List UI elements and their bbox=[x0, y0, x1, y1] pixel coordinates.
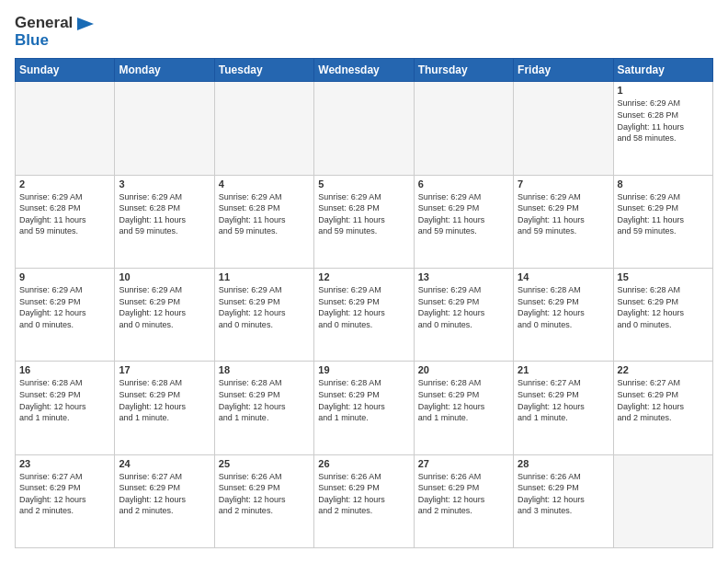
calendar-cell: 13Sunrise: 6:29 AMSunset: 6:29 PMDayligh… bbox=[414, 269, 513, 362]
day-number: 20 bbox=[418, 364, 509, 375]
day-number: 18 bbox=[219, 364, 310, 375]
day-number: 1 bbox=[618, 85, 709, 96]
calendar-header-row: SundayMondayTuesdayWednesdayThursdayFrid… bbox=[16, 59, 713, 82]
calendar-cell: 11Sunrise: 6:29 AMSunset: 6:29 PMDayligh… bbox=[214, 269, 313, 362]
day-number: 2 bbox=[19, 178, 110, 190]
header: General Blue bbox=[15, 15, 713, 49]
day-number: 4 bbox=[219, 178, 310, 190]
day-number: 9 bbox=[19, 271, 110, 282]
calendar-cell: 12Sunrise: 6:29 AMSunset: 6:29 PMDayligh… bbox=[314, 269, 414, 362]
day-info: Sunrise: 6:29 AMSunset: 6:29 PMDaylight:… bbox=[418, 284, 509, 330]
day-info: Sunrise: 6:29 AMSunset: 6:29 PMDaylight:… bbox=[219, 284, 310, 330]
calendar-cell: 17Sunrise: 6:28 AMSunset: 6:29 PMDayligh… bbox=[115, 362, 214, 454]
calendar-cell: 4Sunrise: 6:29 AMSunset: 6:28 PMDaylight… bbox=[214, 175, 313, 268]
day-number: 19 bbox=[318, 364, 409, 375]
page: General Blue SundayMondayTuesdayWednesda… bbox=[0, 0, 728, 563]
calendar-cell: 24Sunrise: 6:27 AMSunset: 6:29 PMDayligh… bbox=[115, 454, 214, 547]
day-info: Sunrise: 6:27 AMSunset: 6:29 PMDaylight:… bbox=[618, 377, 709, 423]
day-info: Sunrise: 6:28 AMSunset: 6:29 PMDaylight:… bbox=[318, 377, 409, 423]
week-row-1: 2Sunrise: 6:29 AMSunset: 6:28 PMDaylight… bbox=[16, 175, 713, 268]
logo-text-block: General Blue bbox=[15, 15, 94, 49]
calendar-cell bbox=[514, 82, 613, 175]
day-number: 10 bbox=[119, 271, 210, 282]
day-info: Sunrise: 6:29 AMSunset: 6:28 PMDaylight:… bbox=[219, 191, 310, 237]
calendar-cell: 3Sunrise: 6:29 AMSunset: 6:28 PMDaylight… bbox=[115, 175, 214, 268]
calendar-cell bbox=[414, 82, 513, 175]
logo: General Blue bbox=[15, 15, 94, 49]
calendar-cell: 6Sunrise: 6:29 AMSunset: 6:29 PMDaylight… bbox=[414, 175, 513, 268]
day-info: Sunrise: 6:29 AMSunset: 6:28 PMDaylight:… bbox=[618, 98, 709, 144]
day-number: 16 bbox=[19, 364, 110, 375]
day-info: Sunrise: 6:27 AMSunset: 6:29 PMDaylight:… bbox=[518, 377, 609, 423]
day-info: Sunrise: 6:29 AMSunset: 6:29 PMDaylight:… bbox=[518, 191, 609, 237]
day-number: 28 bbox=[518, 458, 609, 469]
calendar-cell: 1Sunrise: 6:29 AMSunset: 6:28 PMDaylight… bbox=[613, 82, 712, 175]
day-info: Sunrise: 6:28 AMSunset: 6:29 PMDaylight:… bbox=[19, 377, 110, 423]
calendar-cell: 16Sunrise: 6:28 AMSunset: 6:29 PMDayligh… bbox=[16, 362, 115, 454]
calendar-cell: 15Sunrise: 6:28 AMSunset: 6:29 PMDayligh… bbox=[613, 269, 712, 362]
week-row-4: 23Sunrise: 6:27 AMSunset: 6:29 PMDayligh… bbox=[16, 454, 713, 547]
day-number: 24 bbox=[119, 458, 210, 469]
day-info: Sunrise: 6:29 AMSunset: 6:29 PMDaylight:… bbox=[318, 284, 409, 330]
day-header-tuesday: Tuesday bbox=[214, 59, 313, 82]
day-info: Sunrise: 6:28 AMSunset: 6:29 PMDaylight:… bbox=[119, 377, 210, 423]
calendar-cell bbox=[613, 454, 712, 547]
calendar-cell: 26Sunrise: 6:26 AMSunset: 6:29 PMDayligh… bbox=[314, 454, 414, 547]
day-info: Sunrise: 6:26 AMSunset: 6:29 PMDaylight:… bbox=[418, 471, 509, 517]
calendar-cell: 28Sunrise: 6:26 AMSunset: 6:29 PMDayligh… bbox=[514, 454, 613, 547]
logo-blue: Blue bbox=[15, 32, 94, 50]
day-info: Sunrise: 6:29 AMSunset: 6:28 PMDaylight:… bbox=[119, 191, 210, 237]
calendar-cell bbox=[214, 82, 313, 175]
day-number: 7 bbox=[518, 178, 609, 190]
day-number: 11 bbox=[219, 271, 310, 282]
day-info: Sunrise: 6:28 AMSunset: 6:29 PMDaylight:… bbox=[418, 377, 509, 423]
calendar-cell bbox=[314, 82, 414, 175]
day-info: Sunrise: 6:26 AMSunset: 6:29 PMDaylight:… bbox=[219, 471, 310, 517]
day-info: Sunrise: 6:29 AMSunset: 6:28 PMDaylight:… bbox=[19, 191, 110, 237]
day-info: Sunrise: 6:28 AMSunset: 6:29 PMDaylight:… bbox=[518, 284, 609, 330]
calendar-cell: 7Sunrise: 6:29 AMSunset: 6:29 PMDaylight… bbox=[514, 175, 613, 268]
calendar: SundayMondayTuesdayWednesdayThursdayFrid… bbox=[15, 58, 713, 548]
day-number: 13 bbox=[418, 271, 509, 282]
calendar-cell: 23Sunrise: 6:27 AMSunset: 6:29 PMDayligh… bbox=[16, 454, 115, 547]
day-info: Sunrise: 6:29 AMSunset: 6:29 PMDaylight:… bbox=[418, 191, 509, 237]
day-info: Sunrise: 6:26 AMSunset: 6:29 PMDaylight:… bbox=[518, 471, 609, 517]
calendar-cell: 5Sunrise: 6:29 AMSunset: 6:28 PMDaylight… bbox=[314, 175, 414, 268]
day-number: 14 bbox=[518, 271, 609, 282]
calendar-cell: 2Sunrise: 6:29 AMSunset: 6:28 PMDaylight… bbox=[16, 175, 115, 268]
day-number: 22 bbox=[618, 364, 709, 375]
day-info: Sunrise: 6:29 AMSunset: 6:28 PMDaylight:… bbox=[318, 191, 409, 237]
day-number: 17 bbox=[119, 364, 210, 375]
day-header-thursday: Thursday bbox=[414, 59, 513, 82]
day-info: Sunrise: 6:29 AMSunset: 6:29 PMDaylight:… bbox=[19, 284, 110, 330]
logo-arrow-icon bbox=[77, 17, 94, 30]
day-number: 8 bbox=[618, 178, 709, 190]
calendar-cell bbox=[16, 82, 115, 175]
day-number: 21 bbox=[518, 364, 609, 375]
day-number: 12 bbox=[318, 271, 409, 282]
calendar-cell: 19Sunrise: 6:28 AMSunset: 6:29 PMDayligh… bbox=[314, 362, 414, 454]
calendar-cell bbox=[115, 82, 214, 175]
calendar-cell: 25Sunrise: 6:26 AMSunset: 6:29 PMDayligh… bbox=[214, 454, 313, 547]
day-number: 5 bbox=[318, 178, 409, 190]
day-header-saturday: Saturday bbox=[613, 59, 712, 82]
week-row-2: 9Sunrise: 6:29 AMSunset: 6:29 PMDaylight… bbox=[16, 269, 713, 362]
calendar-cell: 22Sunrise: 6:27 AMSunset: 6:29 PMDayligh… bbox=[613, 362, 712, 454]
day-number: 23 bbox=[19, 458, 110, 469]
week-row-0: 1Sunrise: 6:29 AMSunset: 6:28 PMDaylight… bbox=[16, 82, 713, 175]
day-header-friday: Friday bbox=[514, 59, 613, 82]
calendar-cell: 21Sunrise: 6:27 AMSunset: 6:29 PMDayligh… bbox=[514, 362, 613, 454]
day-info: Sunrise: 6:28 AMSunset: 6:29 PMDaylight:… bbox=[618, 284, 709, 330]
day-info: Sunrise: 6:28 AMSunset: 6:29 PMDaylight:… bbox=[219, 377, 310, 423]
day-info: Sunrise: 6:27 AMSunset: 6:29 PMDaylight:… bbox=[19, 471, 110, 517]
day-number: 27 bbox=[418, 458, 509, 469]
day-number: 15 bbox=[618, 271, 709, 282]
day-header-wednesday: Wednesday bbox=[314, 59, 414, 82]
logo-general: General bbox=[15, 15, 94, 32]
calendar-cell: 27Sunrise: 6:26 AMSunset: 6:29 PMDayligh… bbox=[414, 454, 513, 547]
day-number: 6 bbox=[418, 178, 509, 190]
day-number: 26 bbox=[318, 458, 409, 469]
day-info: Sunrise: 6:26 AMSunset: 6:29 PMDaylight:… bbox=[318, 471, 409, 517]
calendar-cell: 9Sunrise: 6:29 AMSunset: 6:29 PMDaylight… bbox=[16, 269, 115, 362]
calendar-cell: 20Sunrise: 6:28 AMSunset: 6:29 PMDayligh… bbox=[414, 362, 513, 454]
